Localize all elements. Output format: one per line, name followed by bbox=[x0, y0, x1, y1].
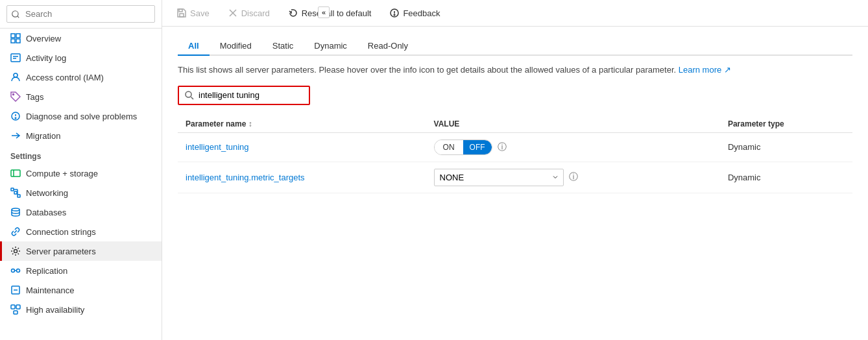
toggle-wrapper: ON OFF ⓘ bbox=[434, 140, 712, 155]
svg-point-11 bbox=[15, 117, 16, 119]
discard-label: Discard bbox=[241, 8, 270, 18]
diagnose-icon bbox=[10, 111, 21, 121]
overview-icon bbox=[10, 33, 21, 43]
svg-rect-14 bbox=[11, 188, 14, 191]
compute-icon bbox=[10, 168, 21, 178]
info-text: This list shows all server parameters. P… bbox=[178, 65, 676, 75]
svg-rect-29 bbox=[180, 14, 184, 17]
svg-point-36 bbox=[186, 91, 191, 97]
save-label: Save bbox=[190, 8, 210, 18]
sidebar-item-migration[interactable]: Migration bbox=[0, 126, 162, 145]
col-type: Parameter type bbox=[720, 115, 852, 133]
tab-modified[interactable]: Modified bbox=[210, 37, 262, 56]
svg-rect-0 bbox=[11, 34, 15, 38]
parameter-table: Parameter name ↕ VALUE Parameter type in… bbox=[178, 115, 852, 193]
col-name: Parameter name ↕ bbox=[178, 115, 426, 133]
sidebar-collapse-button[interactable]: « bbox=[318, 6, 330, 18]
info-icon-2[interactable]: ⓘ bbox=[569, 171, 578, 183]
sidebar-item-tags[interactable]: Tags bbox=[0, 87, 162, 106]
sidebar-item-label: High availability bbox=[26, 305, 84, 315]
gear-icon bbox=[10, 246, 21, 256]
toggle-group-1: ON OFF bbox=[434, 140, 492, 155]
sidebar-item-label: Replication bbox=[26, 266, 67, 276]
table-row: intelligent_tuning ON OFF ⓘ Dynamic bbox=[178, 132, 852, 162]
info-icon-1[interactable]: ⓘ bbox=[498, 141, 507, 153]
svg-point-22 bbox=[17, 269, 20, 273]
sidebar-item-label: Diagnose and solve problems bbox=[26, 112, 137, 121]
svg-line-37 bbox=[191, 97, 194, 99]
info-bar: This list shows all server parameters. P… bbox=[178, 64, 852, 77]
svg-point-8 bbox=[13, 94, 14, 95]
svg-point-20 bbox=[14, 250, 18, 253]
sidebar-item-replication[interactable]: Replication bbox=[0, 261, 162, 280]
networking-icon bbox=[10, 188, 21, 198]
sidebar-item-label: Connection strings bbox=[26, 227, 96, 237]
connection-icon bbox=[10, 226, 21, 237]
svg-point-7 bbox=[14, 73, 18, 77]
svg-rect-28 bbox=[14, 311, 18, 314]
content-area: All Modified Static Dynamic Read-Only Th… bbox=[162, 27, 868, 340]
param-search-input[interactable] bbox=[199, 90, 302, 100]
svg-rect-1 bbox=[16, 34, 20, 38]
sidebar-item-connection-strings[interactable]: Connection strings bbox=[0, 222, 162, 241]
tab-all[interactable]: All bbox=[178, 37, 210, 56]
search-input[interactable] bbox=[6, 5, 155, 23]
toggle-on-1[interactable]: ON bbox=[435, 140, 463, 154]
feedback-label: Feedback bbox=[403, 8, 440, 18]
sidebar-item-label: Networking bbox=[26, 188, 68, 198]
activity-icon bbox=[10, 53, 21, 63]
discard-button[interactable]: Discard bbox=[224, 5, 274, 21]
external-link-icon: ↗ bbox=[724, 65, 731, 75]
sidebar-item-label: Maintenance bbox=[26, 285, 74, 295]
learn-more-link[interactable]: Learn more ↗ bbox=[679, 65, 731, 75]
svg-rect-15 bbox=[14, 191, 17, 194]
sidebar-item-networking[interactable]: Networking bbox=[0, 183, 162, 202]
col-value: VALUE bbox=[426, 115, 720, 133]
discard-icon bbox=[228, 8, 238, 18]
svg-point-35 bbox=[394, 14, 396, 16]
sidebar-item-server-parameters[interactable]: Server parameters bbox=[0, 241, 162, 261]
reset-button[interactable]: Reset all to default bbox=[284, 5, 376, 21]
toolbar: Save Discard Reset all to default Feedba… bbox=[162, 0, 868, 27]
svg-point-21 bbox=[12, 269, 15, 273]
main-content: Save Discard Reset all to default Feedba… bbox=[162, 0, 868, 340]
tags-icon bbox=[10, 91, 21, 102]
feedback-icon bbox=[389, 8, 400, 18]
sidebar-item-iam[interactable]: Access control (IAM) bbox=[0, 67, 162, 87]
sidebar-item-label: Migration bbox=[26, 131, 60, 141]
sidebar-item-label: Activity log bbox=[26, 53, 66, 63]
sidebar-item-maintenance[interactable]: Maintenance bbox=[0, 280, 162, 300]
tab-static[interactable]: Static bbox=[262, 37, 304, 56]
svg-point-19 bbox=[12, 208, 19, 211]
svg-rect-27 bbox=[16, 305, 20, 309]
svg-rect-16 bbox=[18, 195, 20, 197]
sidebar-item-compute-storage[interactable]: Compute + storage bbox=[0, 164, 162, 183]
sidebar-item-databases[interactable]: Databases bbox=[0, 202, 162, 222]
toggle-off-1[interactable]: OFF bbox=[463, 140, 492, 154]
svg-rect-26 bbox=[11, 305, 15, 309]
param-name-link-2[interactable]: intelligent_tuning.metric_targets bbox=[186, 173, 305, 182]
svg-rect-3 bbox=[16, 39, 20, 43]
sort-icon[interactable]: ↕ bbox=[248, 119, 252, 128]
tab-dynamic[interactable]: Dynamic bbox=[304, 37, 357, 56]
migration-icon bbox=[10, 130, 21, 141]
save-icon bbox=[176, 8, 187, 18]
param-name-link-1[interactable]: intelligent_tuning bbox=[186, 142, 249, 152]
sidebar-item-label: Overview bbox=[26, 34, 61, 43]
sidebar-item-high-availability[interactable]: High availability bbox=[0, 300, 162, 319]
ha-icon bbox=[10, 304, 21, 315]
sidebar-item-diagnose[interactable]: Diagnose and solve problems bbox=[0, 106, 162, 126]
tab-read-only[interactable]: Read-Only bbox=[357, 37, 418, 56]
save-button[interactable]: Save bbox=[173, 5, 213, 21]
search-icon bbox=[184, 90, 195, 101]
param-search-wrapper bbox=[178, 86, 310, 105]
iam-icon bbox=[10, 72, 21, 82]
param-type-2: Dynamic bbox=[720, 162, 852, 193]
sidebar-item-activity-log[interactable]: Activity log bbox=[0, 48, 162, 67]
feedback-button[interactable]: Feedback bbox=[385, 5, 444, 21]
sidebar-item-overview[interactable]: Overview bbox=[0, 29, 162, 48]
sidebar-item-label: Access control (IAM) bbox=[26, 73, 104, 82]
svg-rect-2 bbox=[11, 39, 15, 43]
databases-icon bbox=[10, 207, 21, 217]
param-dropdown-2[interactable]: NONE bbox=[434, 169, 564, 186]
